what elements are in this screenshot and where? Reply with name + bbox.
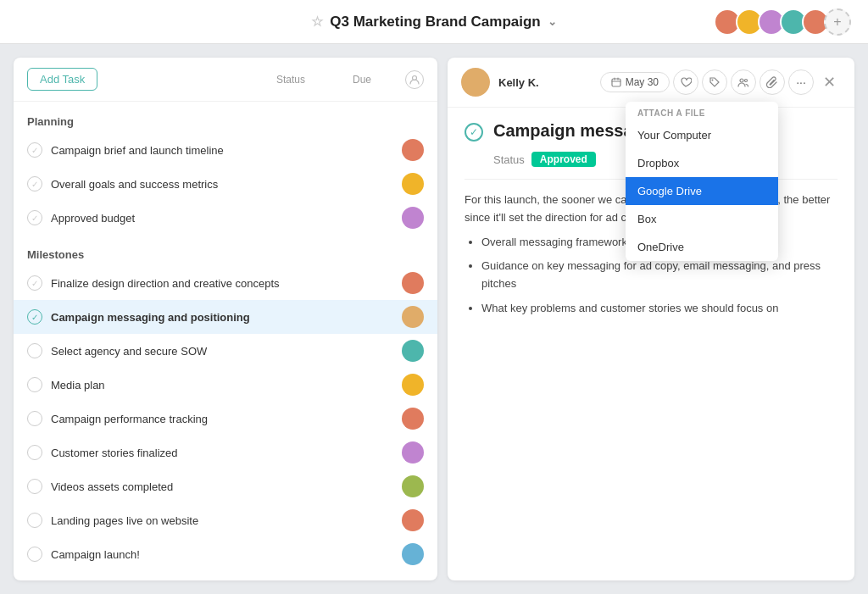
task-assignee-avatar (402, 543, 424, 565)
task-check-icon: ✓ (27, 176, 42, 192)
svg-point-4 (745, 80, 748, 82)
col-due-header: Due (353, 74, 371, 86)
add-member-button[interactable]: + (824, 8, 851, 36)
status-badge: Approved (531, 152, 596, 167)
task-row[interactable]: ✓ Campaign brief and launch timeline (14, 133, 437, 167)
due-date-value: May 30 (626, 76, 659, 88)
task-assignee-avatar (402, 173, 424, 195)
task-name: Overall goals and success metrics (51, 178, 393, 191)
task-check-icon (27, 445, 42, 460)
task-check-icon (27, 343, 42, 358)
project-title-group: ☆ Q3 Marketing Brand Campaign ⌄ (311, 14, 556, 31)
section-planning: Planning (14, 102, 437, 133)
star-icon[interactable]: ☆ (311, 14, 323, 30)
dropdown-item-computer[interactable]: Your Computer (626, 121, 778, 149)
avatar-group: + (714, 8, 851, 36)
project-title: Q3 Marketing Brand Campaign (330, 14, 540, 31)
task-row[interactable]: Customer stories finalized (14, 436, 437, 469)
task-assignee-avatar (402, 207, 424, 229)
task-list: Planning ✓ Campaign brief and launch tim… (14, 102, 437, 580)
task-panel: Add Task Status Due Planning ✓ Campaign … (14, 58, 437, 580)
svg-point-3 (740, 79, 743, 82)
detail-user-avatar (461, 68, 490, 97)
like-button[interactable] (673, 69, 698, 95)
task-assignee-avatar (402, 374, 424, 396)
status-label: Status (493, 153, 525, 166)
task-name: Select agency and secure SOW (51, 345, 393, 358)
due-date-button[interactable]: May 30 (600, 72, 670, 92)
section-milestones: Milestones (14, 235, 437, 266)
task-name: Media plan (51, 379, 393, 391)
main-content: Add Task Status Due Planning ✓ Campaign … (0, 44, 868, 594)
task-name: Customer stories finalized (51, 447, 393, 459)
task-row[interactable]: Videos assets completed (14, 469, 437, 503)
task-row[interactable]: Landing pages live on website (14, 503, 437, 537)
tag-button[interactable] (702, 69, 727, 95)
detail-panel: Kelly K. May 30 ··· (448, 58, 854, 580)
task-assignee-avatar (402, 340, 424, 362)
task-row[interactable]: ✓ Finalize design direction and creative… (14, 266, 437, 300)
task-name: Campaign performance tracking (51, 413, 393, 425)
assignee-filter-icon[interactable] (405, 70, 424, 89)
task-check-icon: ✓ (27, 142, 42, 158)
task-assignee-avatar (402, 408, 424, 430)
task-name: Videos assets completed (51, 480, 393, 493)
collaborators-button[interactable] (731, 69, 756, 95)
list-item: What key problems and customer stories w… (481, 300, 837, 318)
task-check-icon (27, 377, 42, 392)
task-name: Campaign brief and launch timeline (51, 144, 393, 157)
task-assignee-avatar (402, 475, 424, 497)
task-check-icon (27, 513, 42, 528)
task-check-icon (27, 479, 42, 494)
task-check-icon: ✓ (27, 210, 42, 225)
svg-rect-1 (612, 79, 620, 86)
detail-user-name: Kelly K. (498, 76, 539, 89)
task-assignee-avatar (402, 272, 424, 294)
add-task-button[interactable]: Add Task (27, 68, 97, 91)
task-name: Campaign launch! (51, 548, 393, 561)
task-row[interactable]: Campaign performance tracking (14, 402, 437, 436)
task-row[interactable]: Campaign launch! (14, 537, 437, 571)
col-status-header: Status (276, 74, 305, 86)
task-assignee-avatar (402, 306, 424, 328)
task-row[interactable]: Media plan (14, 368, 437, 402)
task-row[interactable]: ✓ Overall goals and success metrics (14, 167, 437, 201)
task-check-icon: ✓ (27, 309, 42, 325)
dropdown-item-onedrive[interactable]: OneDrive (626, 233, 778, 261)
task-row-active[interactable]: ✓ Campaign messaging and positioning (14, 300, 437, 334)
attach-button[interactable] (760, 69, 785, 95)
detail-header: Kelly K. May 30 ··· (448, 58, 854, 108)
task-row[interactable]: ✓ Approved budget (14, 201, 437, 235)
dropdown-item-box[interactable]: Box (626, 205, 778, 233)
dropdown-item-googledrive[interactable]: Google Drive (626, 177, 778, 205)
task-assignee-avatar (402, 441, 424, 464)
list-item: Guidance on key messaging for ad copy, e… (481, 258, 837, 293)
task-check-icon (27, 411, 42, 426)
task-check-icon (27, 547, 42, 562)
task-name: Finalize design direction and creative c… (51, 277, 393, 290)
detail-actions: May 30 ··· ✕ (600, 69, 841, 95)
task-name: Landing pages live on website (51, 514, 393, 527)
more-options-button[interactable]: ··· (788, 69, 814, 95)
top-bar: ☆ Q3 Marketing Brand Campaign ⌄ + (0, 0, 868, 44)
attach-file-dropdown: ATTACH A FILE Your Computer Dropbox Goog… (626, 102, 778, 261)
close-button[interactable]: ✕ (817, 70, 841, 94)
task-name: Campaign messaging and positioning (51, 311, 393, 324)
task-name: Approved budget (51, 212, 393, 225)
task-check-icon: ✓ (27, 275, 42, 291)
dropdown-item-dropbox[interactable]: Dropbox (626, 149, 778, 177)
task-assignee-avatar (402, 139, 424, 161)
chevron-down-icon[interactable]: ⌄ (548, 15, 557, 28)
task-row[interactable]: Select agency and secure SOW (14, 334, 437, 368)
task-panel-header: Add Task Status Due (14, 58, 437, 102)
dropdown-header: ATTACH A FILE (626, 102, 778, 121)
task-assignee-avatar (402, 509, 424, 531)
svg-point-2 (712, 80, 714, 81)
task-complete-icon[interactable]: ✓ (465, 123, 483, 142)
